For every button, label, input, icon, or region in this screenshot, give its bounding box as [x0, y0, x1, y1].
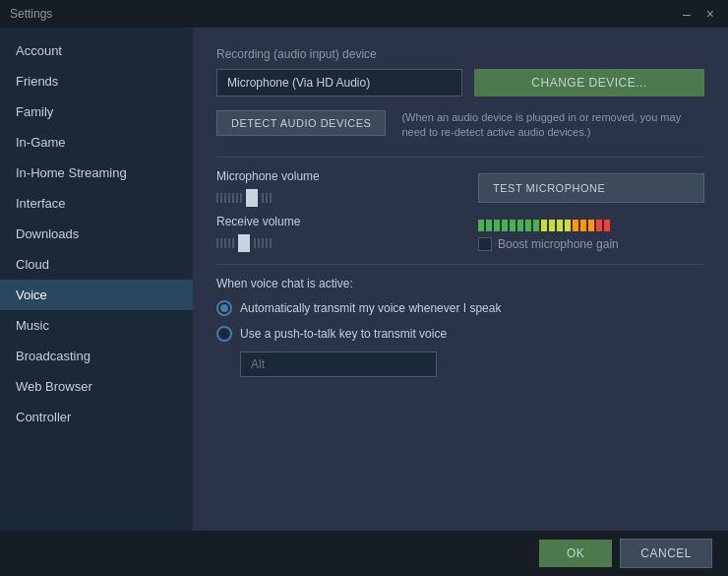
- radio-button-1[interactable]: [216, 300, 232, 316]
- mic-volume-slider[interactable]: [216, 189, 462, 207]
- sidebar-item-voice[interactable]: Voice: [0, 280, 193, 310]
- vol-bar: [588, 220, 594, 231]
- receive-volume-slider[interactable]: [216, 234, 462, 252]
- tick: [266, 193, 268, 203]
- vol-bar: [517, 220, 523, 231]
- vol-bar: [580, 220, 586, 231]
- vol-bar: [549, 220, 555, 231]
- vol-bar: [494, 220, 500, 231]
- vol-bar: [533, 220, 539, 231]
- slider-thumb[interactable]: [246, 189, 258, 207]
- vol-bar: [478, 220, 484, 231]
- titlebar-controls: – ×: [679, 6, 718, 22]
- settings-window: Settings – × Account Friends Family In-G…: [0, 0, 728, 576]
- tick: [232, 193, 234, 203]
- tick: [228, 193, 230, 203]
- mic-volume-section: Microphone volume: [216, 169, 704, 207]
- vol-bar: [596, 220, 602, 231]
- sidebar: Account Friends Family In-Game In-Home S…: [0, 28, 193, 531]
- boost-mic-label: Boost microphone gain: [498, 237, 619, 251]
- volume-meter: [478, 216, 704, 231]
- sidebar-item-account[interactable]: Account: [0, 35, 193, 66]
- change-device-button[interactable]: CHANGE DEVICE...: [474, 69, 704, 96]
- tick: [220, 238, 222, 248]
- tick: [270, 238, 272, 248]
- recording-label: Recording (audio input) device: [216, 47, 704, 61]
- tick: [232, 238, 234, 248]
- window-title: Settings: [10, 7, 679, 21]
- sidebar-item-broadcasting[interactable]: Broadcasting: [0, 341, 193, 371]
- vol-bar: [486, 220, 492, 231]
- content-area: Account Friends Family In-Game In-Home S…: [0, 28, 728, 531]
- mic-volume-left: Microphone volume: [216, 169, 462, 207]
- footer: OK CANCEL: [0, 531, 728, 576]
- divider-2: [216, 264, 704, 265]
- receive-volume-right: Boost microphone gain: [478, 216, 704, 251]
- sidebar-item-family[interactable]: Family: [0, 96, 193, 127]
- radio-label-2: Use a push-to-talk key to transmit voice: [240, 327, 447, 341]
- vol-bar: [565, 220, 571, 231]
- tick: [262, 238, 264, 248]
- voice-active-label: When voice chat is active:: [216, 277, 704, 290]
- receive-volume-section: Receive volume: [216, 215, 704, 252]
- boost-mic-row: Boost microphone gain: [478, 237, 704, 251]
- close-button[interactable]: ×: [702, 6, 718, 22]
- vol-bar: [573, 220, 578, 231]
- vol-bar: [510, 220, 516, 231]
- cancel-button[interactable]: CANCEL: [620, 539, 712, 568]
- radio-auto-transmit[interactable]: Automatically transmit my voice whenever…: [216, 300, 704, 316]
- tick: [216, 238, 218, 248]
- radio-button-2[interactable]: [216, 326, 232, 342]
- main-panel: Recording (audio input) device CHANGE DE…: [193, 28, 728, 531]
- titlebar: Settings – ×: [0, 0, 728, 28]
- tick: [270, 193, 272, 203]
- push-to-talk-key-input[interactable]: [240, 352, 437, 377]
- detect-row: DETECT AUDIO DEVICES (When an audio devi…: [216, 110, 704, 141]
- sidebar-item-in-game[interactable]: In-Game: [0, 127, 193, 158]
- sidebar-item-in-home-streaming[interactable]: In-Home Streaming: [0, 158, 193, 188]
- sidebar-item-music[interactable]: Music: [0, 310, 193, 341]
- tick: [262, 193, 264, 203]
- minimize-button[interactable]: –: [679, 6, 695, 22]
- test-microphone-button[interactable]: TEST MICROPHONE: [478, 173, 704, 203]
- slider-thumb-2[interactable]: [238, 234, 250, 252]
- radio-label-1: Automatically transmit my voice whenever…: [240, 301, 501, 315]
- voice-section: When voice chat is active: Automatically…: [216, 277, 704, 377]
- sidebar-item-controller[interactable]: Controller: [0, 402, 193, 432]
- receive-volume-label: Receive volume: [216, 215, 462, 228]
- tick: [236, 193, 238, 203]
- ok-button[interactable]: OK: [539, 540, 612, 567]
- tick: [216, 193, 218, 203]
- sidebar-item-downloads[interactable]: Downloads: [0, 219, 193, 249]
- vol-bar: [502, 220, 508, 231]
- tick: [240, 193, 242, 203]
- tick: [266, 238, 268, 248]
- mic-volume-right: TEST MICROPHONE: [478, 173, 704, 203]
- vol-bar: [557, 220, 563, 231]
- detect-audio-button[interactable]: DETECT AUDIO DEVICES: [216, 110, 386, 136]
- tick: [224, 238, 226, 248]
- radio-dot-1: [220, 304, 228, 312]
- sidebar-item-friends[interactable]: Friends: [0, 66, 193, 96]
- tick: [224, 193, 226, 203]
- boost-mic-checkbox[interactable]: [478, 237, 492, 251]
- tick: [254, 238, 256, 248]
- vol-bar: [541, 220, 547, 231]
- vol-bar: [525, 220, 531, 231]
- tick: [258, 238, 260, 248]
- sidebar-item-web-browser[interactable]: Web Browser: [0, 371, 193, 402]
- divider-1: [216, 157, 704, 158]
- detect-note: (When an audio device is plugged in or r…: [401, 110, 697, 141]
- device-row: CHANGE DEVICE...: [216, 69, 704, 96]
- tick: [220, 193, 222, 203]
- sidebar-item-interface[interactable]: Interface: [0, 188, 193, 219]
- mic-volume-label: Microphone volume: [216, 169, 462, 183]
- device-input[interactable]: [216, 69, 462, 96]
- radio-push-to-talk[interactable]: Use a push-to-talk key to transmit voice: [216, 326, 704, 342]
- tick: [228, 238, 230, 248]
- vol-bar: [604, 220, 610, 231]
- receive-volume-left: Receive volume: [216, 215, 462, 252]
- sidebar-item-cloud[interactable]: Cloud: [0, 249, 193, 280]
